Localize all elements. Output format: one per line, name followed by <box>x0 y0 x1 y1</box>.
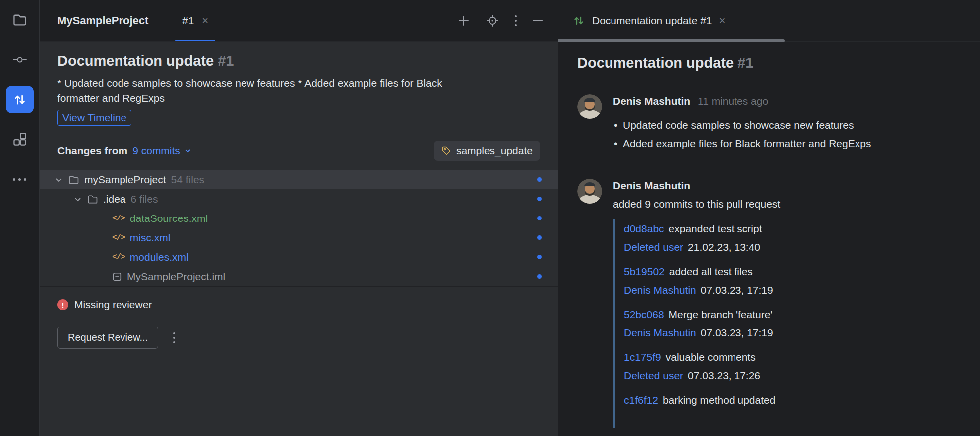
change-indicator-dot <box>537 274 542 279</box>
changed-files-tree: mySampleProject 54 files .idea 6 files <box>40 170 558 286</box>
commit-author-link[interactable]: Denis Mashutin <box>624 284 696 296</box>
comment-text: Updated code samples to showcase new fea… <box>613 116 871 153</box>
commit-hash-link[interactable]: d0d8abc <box>624 223 664 234</box>
locate-icon[interactable] <box>486 14 499 27</box>
error-icon: ! <box>57 299 68 310</box>
close-icon[interactable]: × <box>719 15 726 26</box>
commit-list: d0d8abcexpanded test script Deleted user… <box>613 219 780 428</box>
structure-icon[interactable] <box>6 125 34 153</box>
commit-message: valuable comments <box>666 351 756 363</box>
tree-row-datasources-xml[interactable]: </> dataSources.xml <box>40 209 558 228</box>
commits-dropdown-label: 9 commits <box>132 145 180 157</box>
timeline-panel: Documentation update #1 × Documentation … <box>558 0 980 436</box>
commit-message: barking method updated <box>663 394 776 406</box>
timeline-commits-event: Denis Mashutin added 9 commits to this p… <box>577 179 961 434</box>
ide-window: MySampleProject #1 × <box>0 0 980 436</box>
tree-item-meta: 54 files <box>171 174 205 186</box>
menu-kebab-icon[interactable] <box>173 332 175 343</box>
commit-message: expanded test script <box>669 223 762 234</box>
more-icon[interactable] <box>6 165 34 193</box>
pr-number: #1 <box>218 53 234 69</box>
file-icon <box>112 272 122 282</box>
pull-requests-icon[interactable] <box>6 86 34 113</box>
view-timeline-link[interactable]: View Timeline <box>57 110 131 126</box>
request-review-button[interactable]: Request Review... <box>57 327 158 349</box>
tree-item-label: misc.xml <box>130 232 171 244</box>
folder-icon <box>68 174 79 185</box>
tree-item-label: .idea <box>103 193 126 205</box>
timeline-content: Documentation update #1 Denis Mashutin <box>558 42 980 436</box>
commit-message: added all test files <box>669 266 753 277</box>
tree-item-label: mySampleProject <box>84 174 166 186</box>
timeline-panel-header: Documentation update #1 × <box>558 0 980 42</box>
commit-icon[interactable] <box>6 46 34 74</box>
window-title: MySampleProject <box>57 14 148 27</box>
tab-label: Documentation update #1 <box>592 15 712 27</box>
xml-file-icon: </> <box>112 233 125 242</box>
commit-message: Merge branch 'feature' <box>669 309 773 320</box>
close-icon[interactable]: × <box>202 15 208 26</box>
commit-item: c1f6f12barking method updated <box>624 391 780 428</box>
pull-request-panel: MySampleProject #1 × <box>40 0 558 436</box>
commit-date: 07.03.23, 17:19 <box>701 284 773 296</box>
chevron-down-icon[interactable] <box>54 175 64 185</box>
pr-details: Documentation update #1 * Updated code s… <box>40 42 558 286</box>
commits-dropdown[interactable]: 9 commits <box>132 145 192 157</box>
change-indicator-dot <box>537 255 542 259</box>
event-author: Denis Mashutin <box>613 180 690 191</box>
missing-reviewer-warning: ! Missing reviewer <box>57 299 540 311</box>
commit-author-link[interactable]: Denis Mashutin <box>624 327 696 338</box>
commit-hash-link[interactable]: 1c175f9 <box>624 351 661 363</box>
tab-pr-1[interactable]: #1 × <box>175 0 215 41</box>
tab-timeline[interactable]: Documentation update #1 × <box>572 14 725 27</box>
tree-row-modules-xml[interactable]: </> modules.xml <box>40 247 558 267</box>
commit-hash-link[interactable]: 52bc068 <box>624 309 664 320</box>
project-icon[interactable] <box>6 6 34 34</box>
tree-item-label: modules.xml <box>130 251 189 263</box>
comment-bullet: Updated code samples to showcase new fea… <box>613 116 871 134</box>
xml-file-icon: </> <box>112 253 125 262</box>
comment-bullet: Added example files for Black formatter … <box>613 134 871 153</box>
change-indicator-dot <box>537 216 542 220</box>
xml-file-icon: </> <box>112 214 125 223</box>
review-footer: ! Missing reviewer Request Review... <box>40 286 558 436</box>
branch-tag-chip[interactable]: samples_update <box>434 141 540 161</box>
comment-author: Denis Mashutin <box>613 95 690 107</box>
comment-header: Denis Mashutin 11 minutes ago <box>613 94 871 108</box>
tag-icon <box>441 146 451 156</box>
commit-hash-link[interactable]: 5b19502 <box>624 266 665 277</box>
timeline-title: Documentation update #1 <box>577 55 961 71</box>
commit-item: d0d8abcexpanded test script Deleted user… <box>624 219 780 256</box>
commit-hash-link[interactable]: c1f6f12 <box>624 394 658 406</box>
pr-title: Documentation update #1 <box>57 53 540 69</box>
event-header: Denis Mashutin <box>613 179 780 193</box>
pull-request-icon <box>572 14 585 27</box>
tree-row-idea-folder[interactable]: .idea 6 files <box>40 189 558 209</box>
tree-row-misc-xml[interactable]: </> misc.xml <box>40 228 558 247</box>
pull-request-panel-header: MySampleProject #1 × <box>40 0 558 42</box>
commit-date: 07.03.23, 17:26 <box>688 370 760 381</box>
tool-window-bar <box>0 0 40 436</box>
commit-author-link[interactable]: Deleted user <box>624 370 683 381</box>
tree-row-root-folder[interactable]: mySampleProject 54 files <box>40 170 558 189</box>
plus-icon[interactable] <box>457 14 470 27</box>
commit-item: 52bc068Merge branch 'feature' Denis Mash… <box>624 305 780 342</box>
tab-label: #1 <box>182 15 194 27</box>
comment-body: Denis Mashutin 11 minutes ago Updated co… <box>613 94 871 153</box>
chevron-down-icon <box>184 147 192 155</box>
tree-row-iml-file[interactable]: MySampleProject.iml <box>40 267 558 286</box>
hide-icon[interactable] <box>533 20 543 21</box>
menu-kebab-icon[interactable] <box>515 15 517 26</box>
change-indicator-dot <box>537 197 542 201</box>
change-indicator-dot <box>537 177 542 182</box>
ellipsis-icon <box>13 178 26 181</box>
pr-description: * Updated code samples to showcase new f… <box>57 76 463 106</box>
warning-text: Missing reviewer <box>74 299 152 311</box>
header-actions <box>457 0 543 41</box>
changes-row: Changes from 9 commits samples_update <box>57 141 540 161</box>
changes-from-label: Changes from <box>57 145 127 157</box>
chevron-down-icon[interactable] <box>73 194 83 204</box>
commit-author-link[interactable]: Deleted user <box>624 241 683 253</box>
commit-date: 21.02.23, 13:40 <box>688 241 760 253</box>
timeline-pr-number: #1 <box>737 55 753 71</box>
